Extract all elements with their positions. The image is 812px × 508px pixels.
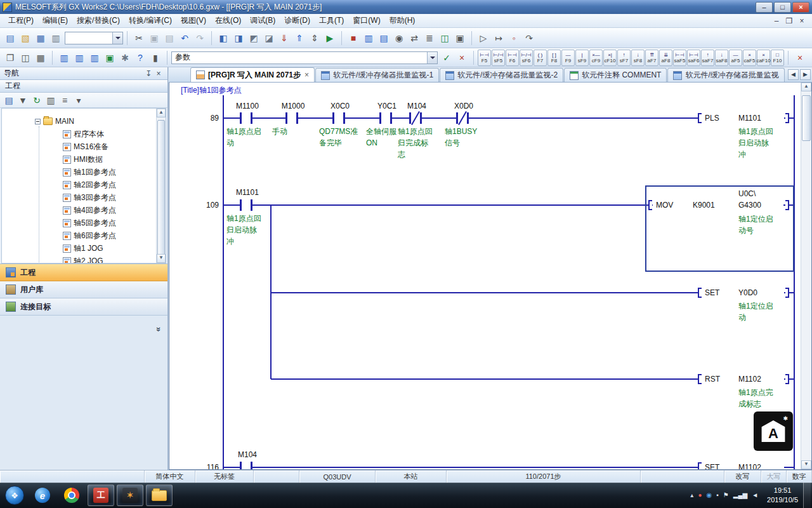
clear-parameter-icon[interactable]: × [454, 50, 469, 65]
device-monitor-2-icon[interactable]: ▥ [72, 50, 87, 65]
nav-button-连接目标[interactable]: 连接目标 [0, 298, 167, 316]
tree-root-main[interactable]: MAIN [2, 115, 166, 128]
minimize-button[interactable]: – [756, 2, 773, 13]
menu-item-编辑(E)[interactable]: 编辑(E) [38, 13, 72, 28]
docking-window-icon[interactable]: ▦ [33, 50, 48, 65]
instruction-set[interactable]: SET [704, 288, 720, 297]
tree-item-轴6回参考点[interactable]: 轴6回参考点 [2, 229, 166, 242]
contact-M1100[interactable] [240, 112, 252, 124]
network-icon[interactable]: ▂▄▆ [733, 492, 747, 498]
nav-button-用户库[interactable]: 用户库 [0, 281, 167, 298]
fkey-sF6[interactable]: ⊢/⊣sF6 [520, 50, 533, 66]
device-comment-icon[interactable]: ◨ [231, 30, 246, 46]
fkey-F9[interactable]: —F9 [561, 50, 575, 66]
parameter-icon[interactable]: ◩ [246, 30, 261, 46]
scroll-down-icon[interactable]: ▼ [157, 254, 166, 263]
tree-item-轴3回参考点[interactable]: 轴3回参考点 [2, 191, 166, 204]
tree-scroll-thumb[interactable] [157, 120, 165, 264]
plc-diagnostics-icon[interactable]: ▣ [452, 30, 468, 46]
tree-item-轴5回参考点[interactable]: 轴5回参考点 [2, 217, 166, 229]
paste-icon[interactable]: ▤ [162, 30, 177, 46]
help-icon[interactable]: ? [133, 50, 148, 65]
fkey-caF5[interactable]: ×caF5 [743, 50, 756, 66]
tree-item-程序本体[interactable]: 程序本体 [2, 128, 166, 140]
document-tab[interactable]: 软元件/缓冲存储器批量监视 [667, 68, 784, 82]
document-tab[interactable]: [PRG]R 写入 MAIN 2071步× [190, 67, 315, 82]
fkey-saF7[interactable]: ↑saF7 [701, 50, 714, 66]
sampling-trace-icon[interactable]: ◫ [437, 30, 452, 46]
close-icon[interactable]: × [154, 69, 164, 78]
chrome-browser-button[interactable] [58, 485, 85, 506]
contact-Y0C1[interactable] [379, 112, 392, 124]
menu-item-视图(V)[interactable]: 视图(V) [176, 13, 211, 28]
menu-item-调试(B)[interactable]: 调试(B) [246, 13, 280, 28]
fkey-cF10[interactable]: ×|cF10 [603, 50, 617, 66]
intelligent-function-icon[interactable]: ◪ [261, 30, 277, 46]
tab-scroll-right-icon[interactable]: ▶ [800, 69, 811, 80]
settings-icon[interactable]: ✱ [117, 50, 133, 65]
fkey-F5[interactable]: ⊢⊣F5 [478, 50, 491, 66]
tree-item-HMI数据[interactable]: HMI数据 [2, 153, 166, 166]
cross-reference-icon[interactable]: ⇄ [407, 30, 422, 46]
monitor-stop-icon[interactable]: ■ [346, 30, 361, 46]
fkey-F7[interactable]: ( )F7 [534, 50, 547, 66]
fkey-saF5[interactable]: ⊢⊣saF5 [673, 50, 686, 66]
collapse-all-icon[interactable]: ≡ [58, 94, 71, 107]
tray-flag-icon[interactable]: ⚑ [723, 492, 729, 498]
fkey-saF6[interactable]: ⊢⊣saF6 [687, 50, 700, 66]
device-list-icon[interactable]: ≣ [422, 30, 437, 46]
scroll-up-icon[interactable]: ▲ [157, 109, 166, 117]
fkey-sF5[interactable]: ⊢/⊣sF5 [492, 50, 505, 66]
ie-browser-button[interactable]: e [29, 485, 56, 506]
cut-icon[interactable]: ✂ [131, 30, 147, 46]
contact-nc-M104[interactable] [409, 112, 422, 124]
window-cascade-icon[interactable]: ❐ [3, 50, 18, 65]
volume-icon[interactable]: ◄ [752, 492, 758, 498]
instruction-pls[interactable]: PLS [704, 114, 720, 123]
fkey-sF7[interactable]: ↑sF7 [617, 50, 631, 66]
apply-parameter-icon[interactable]: ✓ [439, 50, 454, 65]
parameter-combo[interactable]: 参数 [171, 51, 438, 64]
taskbar-clock[interactable]: 19:51 2019/10/5 [762, 486, 803, 505]
sort-icon[interactable]: ▼ [16, 94, 29, 107]
instruction-rst[interactable]: RST [704, 375, 721, 384]
delete-column-icon[interactable]: × [808, 50, 812, 65]
project-tree[interactable]: MAIN 程序本体MS16准备HMI数据轴1回参考点轴2回参考点轴3回参考点轴4… [1, 108, 166, 264]
fkey-F6[interactable]: ⊢⊣F6 [506, 50, 519, 66]
tree-item-MS16准备[interactable]: MS16准备 [2, 140, 166, 153]
combo-dropdown-icon[interactable] [427, 52, 437, 64]
step-execution-icon[interactable]: ↦ [491, 30, 506, 46]
fkey-aF7[interactable]: ⇈aF7 [645, 50, 658, 66]
statistics-icon[interactable]: ▮ [148, 50, 163, 65]
document-tab[interactable]: 软元件/缓冲存储器批量监视-1 [315, 68, 439, 82]
window-tile-icon[interactable]: ◫ [18, 50, 33, 65]
redo-icon[interactable]: ↷ [192, 30, 207, 46]
fkey-sF8[interactable]: ↓sF8 [631, 50, 645, 66]
mdi-minimize-button[interactable]: – [771, 17, 782, 25]
menu-item-转换/编译(C)[interactable]: 转换/编译(C) [124, 13, 176, 28]
tab-scroll-left-icon[interactable]: ◀ [788, 69, 799, 80]
start-button[interactable]: ❖ [5, 486, 24, 505]
fkey-F10[interactable]: □F10 [771, 50, 784, 66]
menu-item-帮助(H)[interactable]: 帮助(H) [385, 13, 420, 28]
open-project-icon[interactable]: ▧ [18, 30, 33, 46]
close-button[interactable]: × [792, 2, 809, 13]
project-combo[interactable] [65, 32, 123, 44]
new-data-icon[interactable]: ▤ [3, 94, 15, 107]
tab-close-icon[interactable]: × [304, 70, 309, 79]
fkey-caF10[interactable]: ×caF10 [757, 50, 770, 66]
menu-item-工具(T)[interactable]: 工具(T) [315, 13, 348, 28]
undo-icon[interactable]: ↶ [177, 30, 192, 46]
fkey-cF9[interactable]: ×—cF9 [589, 50, 603, 66]
monitor-start-icon[interactable]: ▶ [322, 30, 337, 46]
maximize-button[interactable]: □ [774, 2, 791, 13]
device-monitor-3-icon[interactable]: ▥ [87, 50, 102, 65]
read-from-plc-icon[interactable]: ⇑ [292, 30, 307, 46]
menu-item-工程(P)[interactable]: 工程(P) [4, 13, 38, 28]
fkey-aF8[interactable]: ⇊aF8 [659, 50, 672, 66]
skip-range-icon[interactable]: ↷ [521, 30, 537, 46]
break-point-icon[interactable]: ◦ [506, 30, 521, 46]
hidden-icons-button[interactable]: ▴ [690, 492, 693, 498]
module-monitor-icon[interactable]: ▣ [102, 50, 117, 65]
mdi-restore-button[interactable]: ❐ [784, 17, 794, 25]
